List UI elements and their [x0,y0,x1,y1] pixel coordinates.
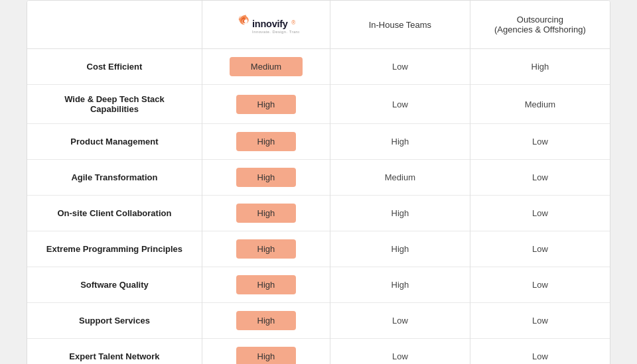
outsourcing-cell: Low [470,303,610,339]
outsourcing-column-header: Outsourcing(Agencies & Offshoring) [470,1,610,49]
feature-cell: Software Quality [27,267,202,303]
table-row: Cost EfficientMediumLowHigh [27,49,610,85]
outsourcing-cell: Low [470,267,610,303]
rating-badge: Medium [230,57,303,76]
inhouse-cell: High [330,196,470,231]
rating-badge: High [236,311,297,330]
comparison-table-wrapper: innovify ® Innovate. Design. Transform. … [27,0,610,364]
feature-cell: On-site Client Collaboration [27,196,202,231]
feature-cell: Wide & Deep Tech Stack Capabilities [27,85,202,124]
rating-badge: High [236,204,297,223]
inhouse-cell: High [330,124,470,160]
inhouse-cell: Low [330,303,470,339]
table-row: Agile TransformationHighMediumLow [27,160,610,196]
svg-text:®: ® [291,20,295,26]
table-row: Support ServicesHighLowLow [27,303,610,339]
feature-cell: Cost Efficient [27,49,202,85]
outsourcing-cell: Low [470,160,610,196]
feature-cell: Agile Transformation [27,160,202,196]
inhouse-cell: High [330,267,470,303]
inhouse-cell: Low [330,85,470,124]
innovify-cell: High [202,160,330,196]
innovify-cell: High [202,196,330,231]
rating-badge: High [236,132,297,151]
feature-cell: Expert Talent Network [27,339,202,365]
inhouse-cell: High [330,231,470,267]
table-row: Wide & Deep Tech Stack CapabilitiesHighL… [27,85,610,124]
outsourcing-cell: Low [470,124,610,160]
table-row: Expert Talent NetworkHighLowLow [27,339,610,365]
rating-badge: High [236,347,297,364]
outsourcing-cell: Medium [470,85,610,124]
table-row: Product ManagementHighHighLow [27,124,610,160]
innovify-cell: High [202,339,330,365]
outsourcing-cell: Low [470,196,610,231]
innovify-cell: High [202,267,330,303]
inhouse-header-text: In-House Teams [369,20,431,30]
outsourcing-cell: High [470,49,610,85]
innovify-logo: innovify ® Innovate. Design. Transform. [233,11,299,38]
innovify-cell: High [202,231,330,267]
comparison-table: innovify ® Innovate. Design. Transform. … [27,1,610,364]
innovify-cell: High [202,303,330,339]
rating-badge: High [236,168,297,187]
table-row: Extreme Programming PrinciplesHighHighLo… [27,231,610,267]
inhouse-cell: Low [330,49,470,85]
feature-cell: Extreme Programming Principles [27,231,202,267]
feature-cell: Product Management [27,124,202,160]
rating-badge: High [236,95,297,114]
innovify-cell: High [202,124,330,160]
inhouse-column-header: In-House Teams [330,1,470,49]
table-row: Software QualityHighHighLow [27,267,610,303]
inhouse-cell: Medium [330,160,470,196]
innovify-column-header: innovify ® Innovate. Design. Transform. [202,1,330,49]
innovify-cell: Medium [202,49,330,85]
rating-badge: High [236,275,297,294]
svg-text:Innovate. Design. Transform.: Innovate. Design. Transform. [252,30,299,34]
rating-badge: High [236,239,297,259]
feature-cell: Support Services [27,303,202,339]
innovify-cell: High [202,85,330,124]
outsourcing-cell: Low [470,339,610,365]
table-body: Cost EfficientMediumLowHighWide & Deep T… [27,49,610,365]
inhouse-cell: Low [330,339,470,365]
svg-text:innovify: innovify [252,19,288,29]
logo-container: innovify ® Innovate. Design. Transform. [210,11,322,38]
outsourcing-cell: Low [470,231,610,267]
table-row: On-site Client CollaborationHighHighLow [27,196,610,231]
feature-column-header [27,1,202,49]
